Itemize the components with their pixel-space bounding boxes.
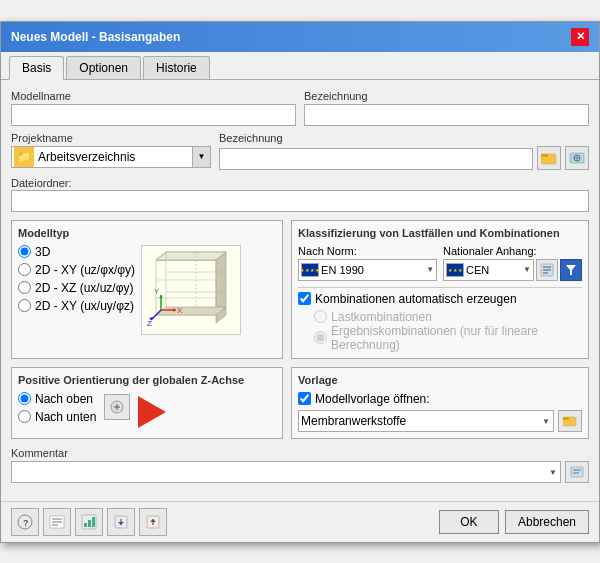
radio-2dxy: 2D - XY (uz/φx/φy) <box>18 263 135 277</box>
anhang-dropdown-arrow: ▼ <box>523 265 531 274</box>
anhang-select[interactable]: ★★★ CEN ▼ <box>443 259 534 281</box>
lastkomb-label: Lastkombinationen <box>331 310 432 324</box>
norm-value: EN 1990 <box>321 264 424 276</box>
help-btn[interactable]: ? <box>11 508 39 536</box>
svg-marker-21 <box>159 295 163 298</box>
bezeichnung2-group: Bezeichnung <box>219 132 589 170</box>
projektname-label: Projektname <box>11 132 211 144</box>
svg-rect-48 <box>92 517 95 527</box>
cancel-button[interactable]: Abbrechen <box>505 510 589 534</box>
norm-select-wrapper: ★★★★ EN 1990 ▼ <box>298 259 437 281</box>
anhang-label: Nationaler Anhang: <box>443 245 582 257</box>
folder-dropdown-arrow[interactable]: ▼ <box>192 147 210 167</box>
norm-group: Nach Norm: ★★★★ EN 1990 ▼ <box>298 245 437 281</box>
ergebniskomb-row: Ergebniskombinationen (nur für lineare B… <box>314 324 582 352</box>
modelltyp-inner: 3D 2D - XY (uz/φx/φy) 2D - XZ (ux/uz/φy) <box>18 245 276 335</box>
modellname-input[interactable] <box>11 104 296 126</box>
norm-row: Nach Norm: ★★★★ EN 1990 ▼ <box>298 245 582 281</box>
model-preview: X Y Z <box>141 245 241 335</box>
dateiordner-section: Dateiordner: C:\Users\NiemeierA\Document… <box>11 176 589 212</box>
radio-3d-input[interactable] <box>18 245 31 258</box>
folder-icon: 📁 <box>14 147 34 167</box>
svg-rect-46 <box>84 523 87 527</box>
title-bar: Neues Modell - Basisangaben ✕ <box>1 22 599 52</box>
anhang-config-btn[interactable] <box>536 259 558 281</box>
bezeichnung-group: Bezeichnung <box>304 90 589 126</box>
norm-select[interactable]: ★★★★ EN 1990 ▼ <box>298 259 437 281</box>
tab-optionen[interactable]: Optionen <box>66 56 141 79</box>
projektname-select[interactable]: 📁 Arbeitsverzeichnis ▼ <box>11 146 211 168</box>
tab-historie[interactable]: Historie <box>143 56 210 79</box>
kombinationen-checkbox[interactable] <box>298 292 311 305</box>
kombinationen-row: Kombinationen automatisch erzeugen <box>298 292 582 306</box>
z-achse-panel: Positive Orientierung der globalen Z-Ach… <box>11 367 283 439</box>
z-nach-oben-input[interactable] <box>18 392 31 405</box>
z-nach-unten-label: Nach unten <box>35 410 96 424</box>
network-browse-btn[interactable] <box>565 146 589 170</box>
path-input[interactable]: C:\Users\NiemeierA\Documents\Arbeitsverz… <box>11 190 589 212</box>
vorlage-panel: Vorlage Modellvorlage öffnen: Membranwer… <box>291 367 589 439</box>
vorlage-select[interactable]: Membranwerkstoffe <box>298 410 554 432</box>
dateiordner-label: Dateiordner: <box>11 177 72 189</box>
svg-rect-1 <box>541 154 548 157</box>
modellname-row: Modellname Bezeichnung <box>11 90 589 126</box>
svg-rect-35 <box>563 417 569 420</box>
lastkomb-radio[interactable] <box>314 310 327 323</box>
radio-2dxy-input[interactable] <box>18 263 31 276</box>
radio-2dxz: 2D - XZ (ux/uz/φy) <box>18 281 135 295</box>
modelltyp-title: Modelltyp <box>18 227 276 239</box>
kommentar-btn[interactable] <box>565 461 589 483</box>
flag-stars: ★★★★ <box>300 267 320 273</box>
radio-2dxy2-input[interactable] <box>18 299 31 312</box>
z-nach-oben-label: Nach oben <box>35 392 93 406</box>
bezeichnung-label: Bezeichnung <box>304 90 589 102</box>
klassif-title: Klassifizierung von Lastfällen und Kombi… <box>298 227 582 239</box>
path-bar: C:\Users\NiemeierA\Documents\Arbeitsverz… <box>11 190 589 212</box>
z-nach-oben: Nach oben <box>18 392 96 406</box>
radio-3d: 3D <box>18 245 135 259</box>
import-btn[interactable] <box>107 508 135 536</box>
tab-bar: Basis Optionen Historie <box>1 52 599 80</box>
svg-rect-47 <box>88 520 91 527</box>
tab-basis[interactable]: Basis <box>9 56 64 80</box>
anhang-filter-btn[interactable] <box>560 259 582 281</box>
z-achse-view-btn[interactable] <box>104 394 130 420</box>
radio-2dxz-input[interactable] <box>18 281 31 294</box>
modelltyp-panel: Modelltyp 3D 2D - XY (uz/φx/φy) <box>11 220 283 359</box>
kommentar-input[interactable] <box>11 461 561 483</box>
norm-dropdown-arrow: ▼ <box>426 265 434 274</box>
radio-2dxy-label: 2D - XY (uz/φx/φy) <box>35 263 135 277</box>
kommentar-label: Kommentar <box>11 447 589 459</box>
vorlage-browse-btn[interactable] <box>558 410 582 432</box>
anhang-select-row: ★★★ CEN ▼ <box>443 259 582 281</box>
ergebniskomb-radio[interactable] <box>314 331 327 344</box>
klassifizierung-panel: Klassifizierung von Lastfällen und Kombi… <box>291 220 589 359</box>
bezeichnung2-input[interactable] <box>219 148 533 170</box>
ok-button[interactable]: OK <box>439 510 499 534</box>
svg-marker-16 <box>156 307 226 315</box>
anhang-group: Nationaler Anhang: ★★★ CEN ▼ <box>443 245 582 281</box>
bezeichnung2-label: Bezeichnung <box>219 132 589 144</box>
dialog-container: Neues Modell - Basisangaben ✕ Basis Opti… <box>0 21 600 543</box>
vorlage-checkbox-row: Modellvorlage öffnen: <box>298 392 582 406</box>
projektname-group: Projektname 📁 Arbeitsverzeichnis ▼ <box>11 132 211 170</box>
bezeichnung-input[interactable] <box>304 104 589 126</box>
z-achse-title: Positive Orientierung der globalen Z-Ach… <box>18 374 276 386</box>
kommentar-row <box>11 461 589 483</box>
radio-2dxy2-label: 2D - XY (ux/uy/φz) <box>35 299 134 313</box>
svg-text:Y: Y <box>154 287 160 296</box>
close-button[interactable]: ✕ <box>571 28 589 46</box>
export-btn[interactable] <box>139 508 167 536</box>
z-nach-unten-input[interactable] <box>18 410 31 423</box>
bottom-toolbar: ? OK Abbrechen <box>1 501 599 542</box>
svg-rect-36 <box>571 467 583 477</box>
vorlage-checkbox-label: Modellvorlage öffnen: <box>315 392 430 406</box>
edit-btn[interactable] <box>43 508 71 536</box>
dialog-title: Neues Modell - Basisangaben <box>11 30 180 44</box>
svg-text:Z: Z <box>147 319 152 328</box>
vorlage-checkbox[interactable] <box>298 392 311 405</box>
vorlage-title: Vorlage <box>298 374 582 386</box>
folder-browse-btn[interactable] <box>537 146 561 170</box>
chart-btn[interactable] <box>75 508 103 536</box>
norm-label: Nach Norm: <box>298 245 437 257</box>
